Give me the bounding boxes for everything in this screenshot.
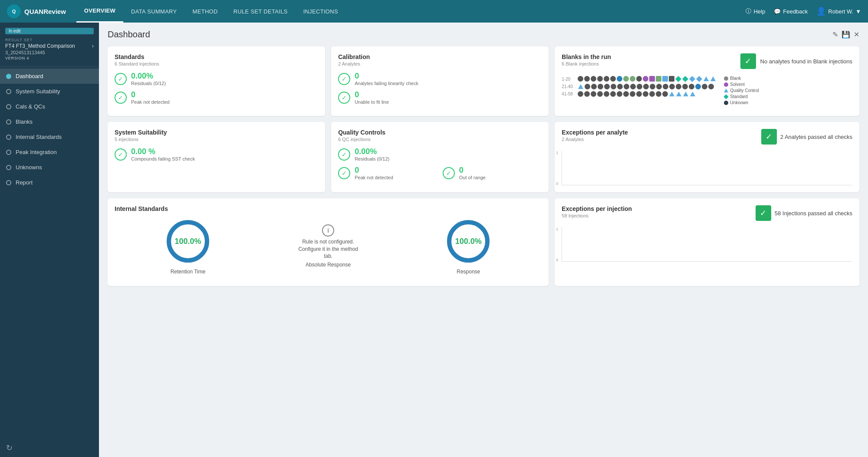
qc-bottom-row: ✓ 0 Peak not detected ✓ 0 Out of range <box>338 166 542 184</box>
exc-analyte-y-bottom: 0 <box>556 181 558 186</box>
calibration-linearity-value: 0 <box>355 72 418 81</box>
exc-analyte-subtitle: 2 Analytes <box>562 137 628 142</box>
calibration-fit-value: 0 <box>355 90 389 99</box>
user-menu[interactable]: 👤 Robert W. ▼ <box>816 7 861 16</box>
app-body: In edit RESULT SET FT4 FT3_Method Compar… <box>0 23 868 457</box>
sidebar-item-blanks[interactable]: Blanks <box>0 114 99 129</box>
nav-right: ⓘ Help 💬 Feedback 👤 Robert W. ▼ <box>746 7 861 16</box>
close-icon[interactable]: ✕ <box>854 30 859 39</box>
nav-overview[interactable]: OVERVIEW <box>76 0 123 23</box>
istd-retention-wrap: 100.0% Retention Time <box>164 217 212 275</box>
calibration-linearity-info: 0 Analytes failing linearity check <box>355 72 418 86</box>
legend-unknown: Unknown <box>724 100 759 105</box>
exceptions-injection-card: Exceptions per injection 58 Injections ✓… <box>555 198 859 286</box>
calibration-fit-check-icon: ✓ <box>338 92 350 104</box>
blanks-row-1-20: 1-20 <box>562 76 716 82</box>
calibration-linearity-row: ✓ 0 Analytes failing linearity check <box>338 72 542 86</box>
edit-icon[interactable]: ✎ <box>832 30 838 39</box>
sidebar-dot-report <box>6 180 11 185</box>
sidebar-item-system-suitability[interactable]: System Suitability <box>0 84 99 99</box>
chevron-right-icon: › <box>92 43 94 49</box>
ss-check-row: ✓ 0.00 % Compounds failing SST check <box>115 147 318 161</box>
sidebar-item-unknowns[interactable]: Unknowns <box>0 160 99 175</box>
exceptions-analyte-card: Exceptions per analyte 2 Analytes ✓ 2 An… <box>555 122 859 192</box>
exc-inj-message: 58 Injections passed all checks <box>775 210 852 217</box>
page-title-actions: ✎ 💾 ✕ <box>832 30 859 39</box>
sidebar-item-peak-integration[interactable]: Peak Integration <box>0 145 99 160</box>
qc-oor-value: 0 <box>459 166 486 175</box>
blanks-row-21-40: 21-40 <box>562 84 716 89</box>
qc-peak-info: 0 Peak not detected <box>355 166 393 180</box>
user-avatar-icon: 👤 <box>816 7 826 16</box>
standards-title: Standards <box>115 53 318 60</box>
page-title-bar: Dashboard ✎ 💾 ✕ <box>108 30 859 39</box>
nav-injections[interactable]: INJECTIONS <box>296 0 346 23</box>
standards-residuals-label: Residuals (0/12) <box>131 81 166 86</box>
sidebar-label-blanks: Blanks <box>16 118 33 125</box>
nav-rule-set[interactable]: RULE SET DETAILS <box>226 0 296 23</box>
sidebar-label-istd: Internal Standards <box>16 134 62 140</box>
logo[interactable]: Q QUANReview <box>7 4 66 18</box>
sidebar-dot-blanks <box>6 119 11 125</box>
sidebar-dot-cals <box>6 104 11 109</box>
nav-method[interactable]: METHOD <box>185 0 226 23</box>
legend-quality-control: Quality Control <box>724 88 759 93</box>
calibration-fit-info: 0 Unable to fit line <box>355 90 389 105</box>
exc-inj-y-top: 1 <box>556 227 558 231</box>
sidebar-label-unknowns: Unknowns <box>16 164 42 171</box>
qc-oor-info: 0 Out of range <box>459 166 486 180</box>
istd-response-label: Response <box>457 269 480 275</box>
sidebar-dot-unknowns <box>6 165 11 170</box>
collapse-icon[interactable]: ↻ <box>6 444 13 452</box>
exc-inj-badge: ✓ <box>756 205 771 221</box>
calibration-fit-label: Unable to fit line <box>355 99 389 105</box>
ss-sst-value: 0.00 % <box>131 147 195 156</box>
qc-peak-value: 0 <box>355 166 393 175</box>
standards-subtitle: 6 Standard injections <box>115 61 318 66</box>
standards-peak-value: 0 <box>131 90 170 99</box>
exc-inj-y-bottom: 0 <box>556 258 558 262</box>
calibration-title: Calibration <box>338 53 542 60</box>
qc-peak-row: ✓ 0 Peak not detected <box>338 166 437 180</box>
istd-rule-text: Rule is not configured. Configure it in … <box>293 238 363 260</box>
blanks-subtitle: 6 Blank injections <box>562 61 611 66</box>
qc-residuals-row: ✓ 0.00% Residuals (0/12) <box>338 147 542 161</box>
feedback-label: Feedback <box>783 8 808 15</box>
standards-peak-check-icon: ✓ <box>115 92 127 104</box>
standards-peak-label: Peak not detected <box>131 99 170 105</box>
exc-analyte-title: Exceptions per analyte <box>562 129 628 136</box>
sidebar-bottom: ↻ <box>0 439 99 457</box>
page-title: Dashboard <box>108 30 150 39</box>
logo-icon: Q <box>7 4 21 18</box>
version-info: VERSION 4 <box>0 55 99 65</box>
standards-residuals-info: 0.00% Residuals (0/12) <box>131 72 166 86</box>
exc-analyte-message: 2 Analytes passed all checks <box>780 134 852 140</box>
help-button[interactable]: ⓘ Help <box>746 7 765 15</box>
ss-title: System Suitability <box>115 129 318 136</box>
qc-peak-check-icon: ✓ <box>338 167 350 179</box>
ss-subtitle: 5 injections <box>115 137 318 142</box>
quality-controls-card: Quality Controls 6 QC injections ✓ 0.00%… <box>331 122 549 192</box>
sidebar-dot-ss <box>6 89 11 94</box>
istd-abs-response-label: Absolute Response <box>306 262 351 268</box>
sidebar-item-cals-qcs[interactable]: Cals & QCs <box>0 99 99 114</box>
qc-title: Quality Controls <box>338 129 542 136</box>
calibration-fit-row: ✓ 0 Unable to fit line <box>338 90 542 105</box>
sidebar-item-internal-standards[interactable]: Internal Standards <box>0 129 99 145</box>
standards-residuals-check-icon: ✓ <box>115 73 127 85</box>
istd-retention-label: Retention Time <box>171 269 206 275</box>
save-icon[interactable]: 💾 <box>842 30 850 39</box>
sidebar-dot-dashboard <box>6 74 11 79</box>
sidebar-item-report[interactable]: Report <box>0 175 99 190</box>
nav-data-summary[interactable]: DATA SUMMARY <box>123 0 184 23</box>
system-suitability-card: System Suitability 5 injections ✓ 0.00 %… <box>108 122 325 192</box>
sidebar-item-dashboard[interactable]: Dashboard <box>0 69 99 84</box>
result-set-name: FT4 FT3_Method Comparison › <box>0 42 99 50</box>
in-edit-tag: In edit <box>5 28 94 34</box>
feedback-button[interactable]: 💬 Feedback <box>774 8 808 15</box>
feedback-icon: 💬 <box>774 8 781 15</box>
exc-inj-subtitle: 58 Injections <box>562 213 632 218</box>
legend-solvent: Solvent <box>724 82 759 87</box>
blanks-row-label-3: 41-58 <box>562 92 576 96</box>
main-content: Dashboard ✎ 💾 ✕ Standards 6 Standard inj… <box>99 23 868 457</box>
